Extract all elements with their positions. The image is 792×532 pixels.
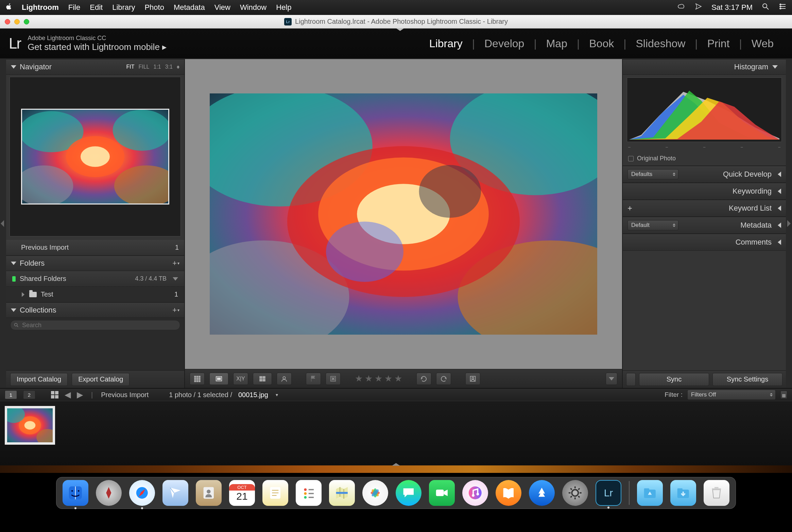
chevron-down-icon[interactable] — [173, 277, 178, 281]
sync-settings-button[interactable]: Sync Settings — [712, 373, 782, 386]
module-print[interactable]: Print — [698, 37, 739, 50]
dock-ibooks[interactable] — [496, 480, 521, 506]
zoom-1to1[interactable]: 1:1 — [154, 64, 161, 70]
menubar-item-help[interactable]: Help — [276, 3, 291, 12]
navigator-preview[interactable] — [10, 77, 181, 236]
filmstrip-grid-button[interactable] — [51, 391, 58, 398]
star-icon[interactable]: ★ — [375, 373, 382, 384]
menubar-item-window[interactable]: Window — [240, 3, 266, 12]
current-filename[interactable]: 00015.jpg — [238, 391, 268, 399]
left-panel-collapse[interactable] — [0, 59, 6, 388]
filmstrip[interactable] — [0, 401, 792, 465]
module-web[interactable]: Web — [742, 37, 783, 50]
compare-view-button[interactable]: X|Y — [233, 373, 248, 385]
dock-appstore[interactable] — [529, 480, 555, 506]
module-library[interactable]: Library — [420, 37, 472, 50]
volume-row[interactable]: Shared Folders 4.3 / 4.4 TB — [6, 271, 184, 287]
original-photo-toggle[interactable]: Original Photo — [623, 152, 786, 166]
rotate-ccw-button[interactable] — [416, 373, 431, 385]
rotate-cw-button[interactable] — [436, 373, 451, 385]
grid-view-button[interactable] — [190, 373, 205, 385]
menubar-item-file[interactable]: File — [68, 3, 80, 12]
dock-trash[interactable] — [704, 480, 729, 506]
filmstrip-thumb[interactable] — [5, 406, 55, 445]
dock-lightroom[interactable]: Lr — [596, 480, 621, 506]
add-collection-button[interactable]: +▾ — [172, 306, 179, 315]
star-icon[interactable]: ★ — [355, 373, 363, 384]
import-catalog-button[interactable]: Import Catalog — [10, 373, 68, 386]
dock-contacts[interactable] — [196, 480, 222, 506]
apple-menu-icon[interactable] — [5, 3, 12, 12]
loupe-view-button[interactable] — [209, 373, 228, 385]
flag-pick-button[interactable] — [306, 373, 321, 385]
source-crumb[interactable]: Previous Import — [101, 391, 149, 399]
menubar-item-edit[interactable]: Edit — [90, 3, 103, 12]
navigator-header[interactable]: Navigator FIT FILL 1:1 3:1 — [6, 59, 184, 75]
menubar-item-library[interactable]: Library — [112, 3, 135, 12]
collections-search-input[interactable] — [10, 320, 180, 330]
flag-reject-button[interactable] — [326, 373, 341, 385]
module-book[interactable]: Book — [580, 37, 623, 50]
right-panel-collapse[interactable] — [786, 59, 792, 388]
module-map[interactable]: Map — [537, 37, 577, 50]
notifications-icon[interactable] — [694, 2, 703, 13]
menubar-clock[interactable]: Sat 3:17 PM — [711, 3, 753, 12]
control-center-icon[interactable] — [778, 2, 787, 13]
star-icon[interactable]: ★ — [365, 373, 373, 384]
toolbar-menu-button[interactable] — [606, 373, 617, 385]
dock-messages[interactable] — [396, 480, 421, 506]
folders-header[interactable]: Folders +▾ — [6, 255, 184, 271]
filename-dropdown-icon[interactable]: ▾ — [274, 392, 278, 397]
metadata-preset-select[interactable]: Default — [627, 220, 678, 230]
sync-switch[interactable] — [626, 373, 636, 386]
menubar-app-name[interactable]: Lightroom — [22, 3, 59, 12]
nav-forward-button[interactable]: ▶ — [77, 390, 83, 400]
filter-lock-button[interactable] — [780, 391, 787, 399]
metadata-header[interactable]: Default Metadata — [623, 217, 786, 234]
chevron-right-icon[interactable] — [22, 292, 24, 297]
comments-header[interactable]: Comments — [623, 234, 786, 251]
quick-develop-preset-select[interactable]: Defaults — [627, 169, 678, 179]
star-icon[interactable]: ★ — [384, 373, 392, 384]
zoom-3to1[interactable]: 3:1 — [165, 64, 173, 70]
collections-header[interactable]: Collections +▾ — [6, 302, 184, 318]
dock-system-preferences[interactable] — [562, 480, 588, 506]
primary-display-button[interactable]: 1 — [5, 390, 17, 399]
export-catalog-button[interactable]: Export Catalog — [72, 373, 130, 386]
nav-back-button[interactable]: ◀ — [65, 390, 71, 400]
window-close-button[interactable] — [5, 19, 10, 24]
dock-itunes[interactable] — [462, 480, 488, 506]
loupe-view[interactable] — [185, 59, 622, 369]
module-slideshow[interactable]: Slideshow — [626, 37, 695, 50]
window-minimize-button[interactable] — [14, 19, 20, 24]
dock-safari[interactable] — [129, 480, 155, 506]
dock-applications-folder[interactable] — [637, 480, 663, 506]
dock-notes[interactable] — [262, 480, 288, 506]
add-folder-button[interactable]: +▾ — [172, 259, 179, 268]
zoom-fit[interactable]: FIT — [126, 64, 134, 70]
keyword-list-header[interactable]: + Keyword List — [623, 200, 786, 217]
checkbox-icon[interactable] — [628, 156, 634, 161]
add-keyword-button[interactable]: + — [627, 203, 632, 213]
catalog-previous-import[interactable]: Previous Import 1 — [6, 240, 184, 255]
dock-finder[interactable] — [63, 480, 88, 506]
mobile-getstarted-link[interactable]: Get started with Lightroom mobile ▸ — [28, 42, 167, 52]
dock-launchpad[interactable] — [96, 480, 122, 506]
dock-facetime[interactable] — [429, 480, 455, 506]
dock-photos[interactable] — [362, 480, 388, 506]
folder-row[interactable]: Test 1 — [6, 287, 184, 302]
sync-button[interactable]: Sync — [639, 373, 709, 386]
secondary-display-button[interactable]: 2 — [23, 390, 35, 399]
histogram[interactable] — [627, 77, 782, 142]
face-region-button[interactable] — [465, 373, 480, 385]
menubar-item-photo[interactable]: Photo — [144, 3, 164, 12]
survey-view-button[interactable] — [253, 373, 272, 385]
window-zoom-button[interactable] — [24, 19, 29, 24]
people-view-button[interactable] — [277, 373, 292, 385]
filter-preset-select[interactable]: Filters Off — [687, 390, 776, 400]
quick-develop-header[interactable]: Defaults Quick Develop — [623, 166, 786, 183]
dock-downloads-folder[interactable] — [670, 480, 696, 506]
histogram-header[interactable]: Histogram — [623, 59, 786, 75]
zoom-fill[interactable]: FILL — [138, 64, 149, 70]
star-icon[interactable]: ★ — [394, 373, 402, 384]
